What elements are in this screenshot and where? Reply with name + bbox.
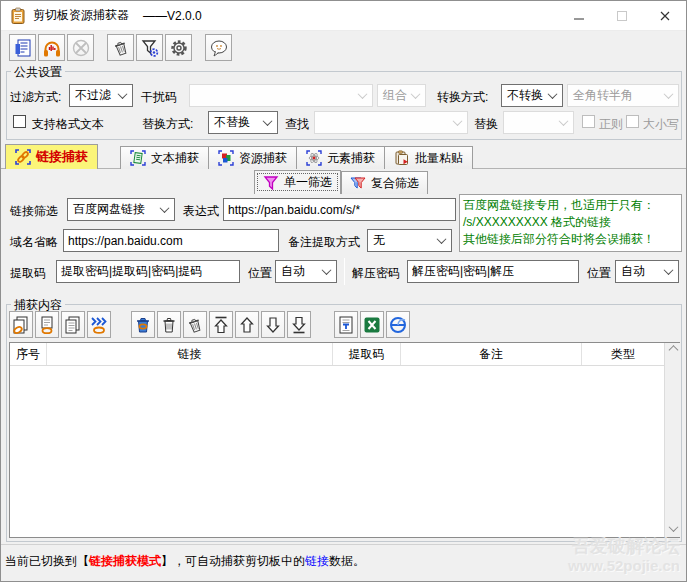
move-up-button[interactable]: [235, 311, 259, 338]
move-bottom-button[interactable]: [287, 311, 311, 338]
chevron-down-icon: [453, 116, 463, 126]
replace-mode-label: 替换方式:: [142, 116, 193, 133]
tab-resource-capture[interactable]: 资源捕获: [208, 146, 297, 169]
case-checkbox: [626, 115, 639, 128]
page-link-icon: [37, 315, 57, 335]
export-text-icon: [336, 315, 356, 335]
tab-element-capture[interactable]: 元素捕获: [296, 146, 385, 169]
export-excel-button[interactable]: [360, 311, 384, 338]
subtab-multi-filter[interactable]: 复合筛选: [341, 171, 428, 194]
headphones-monitor-icon: [42, 38, 62, 58]
copy-button[interactable]: [61, 311, 85, 338]
filter-settings-button[interactable]: [136, 34, 163, 61]
scroll-up-button[interactable]: [665, 343, 681, 360]
move-top-button[interactable]: [209, 311, 233, 338]
clear-button[interactable]: [107, 34, 134, 61]
stop-monitor-button: [67, 34, 94, 61]
code-pos-label: 位置: [248, 265, 272, 282]
copy-pages-icon: [63, 315, 83, 335]
find-label: 查找: [285, 116, 309, 133]
document-icon: [13, 38, 33, 58]
move-down-button[interactable]: [261, 311, 285, 338]
delete-button[interactable]: [157, 311, 181, 338]
code-keywords-input[interactable]: [56, 260, 240, 283]
tab-batch-paste[interactable]: 批量粘贴: [384, 146, 473, 169]
export-text-button[interactable]: [334, 311, 358, 338]
green-text-icon: [130, 150, 146, 166]
funnel-double-icon: [350, 175, 366, 191]
close-button[interactable]: [643, 1, 686, 31]
vertical-scrollbar[interactable]: [664, 343, 681, 537]
minimize-icon: [574, 11, 584, 21]
code-pos-select[interactable]: 自动: [275, 260, 337, 283]
trash-tilted-icon: [185, 315, 205, 335]
chevron-down-icon: [664, 89, 674, 99]
start-monitor-button[interactable]: [38, 34, 65, 61]
unzip-pos-select[interactable]: 自动: [615, 260, 679, 283]
funnel-single-icon: [263, 175, 279, 191]
domain-label: 域名省略: [10, 234, 58, 251]
regex-label: 正则: [599, 116, 623, 133]
convert-mode-select[interactable]: 不转换: [501, 84, 563, 107]
chevron-down-icon: [664, 265, 674, 275]
filter-mode-select[interactable]: 不过滤: [69, 84, 133, 107]
clear-all-button[interactable]: [183, 311, 207, 338]
chevron-down-icon: [437, 234, 447, 244]
divider: [344, 258, 345, 285]
remark-mode-label: 备注提取方式: [288, 234, 360, 251]
table-header: 序号 链接 提取码 备注 类型: [10, 343, 664, 366]
hint-line-1: 百度网盘链接专用，也适用于只有：: [463, 197, 678, 214]
unzip-keywords-input[interactable]: [407, 260, 579, 283]
regex-checkbox: [582, 115, 595, 128]
minimize-button[interactable]: [557, 1, 600, 31]
replace-select: [503, 111, 574, 134]
link-filter-select[interactable]: 百度网盘链接: [67, 198, 175, 221]
atom-icon: [306, 150, 322, 166]
case-label: 大小写: [643, 116, 679, 133]
open-links-button[interactable]: [87, 311, 111, 338]
column-header-code[interactable]: 提取码: [333, 343, 401, 365]
close-icon: [660, 11, 670, 21]
chevron-down-icon: [411, 89, 421, 99]
noise-code-select: [189, 84, 373, 107]
expression-input[interactable]: [223, 198, 456, 221]
chevron-up-icon: [668, 345, 678, 355]
gear-icon: [169, 38, 189, 58]
column-header-type[interactable]: 类型: [582, 343, 664, 365]
status-mode: 链接捕获模式: [89, 554, 161, 568]
export-excel-icon: [362, 315, 382, 335]
tab-text-capture[interactable]: 文本捕获: [120, 146, 209, 169]
move-down-icon: [263, 315, 283, 335]
common-settings-legend: 公共设置: [11, 64, 65, 81]
chevron-down-icon: [322, 265, 332, 275]
chevron-down-icon: [160, 203, 170, 213]
copy-link-button[interactable]: [9, 311, 33, 338]
domain-input[interactable]: [63, 229, 279, 252]
scroll-down-button[interactable]: [665, 520, 681, 537]
remark-mode-select[interactable]: 无: [367, 229, 452, 252]
settings-button[interactable]: [165, 34, 192, 61]
app-window: 剪切板资源捕获器 ——V2.0.0 公共设置 过滤方式: 不过滤 干扰码 组合 …: [0, 0, 687, 582]
tab-link-capture[interactable]: 链接捕获: [5, 144, 98, 169]
column-header-index[interactable]: 序号: [10, 343, 47, 365]
table-body[interactable]: [10, 366, 664, 537]
clipboard-paste-icon: [394, 150, 410, 166]
paste-document-button[interactable]: [9, 34, 36, 61]
hint-box: 百度网盘链接专用，也适用于只有： /s/XXXXXXXXX 格式的链接 其他链接…: [459, 194, 682, 252]
copy-page-link-button[interactable]: [35, 311, 59, 338]
window-version: ——V2.0.0: [143, 9, 202, 23]
unzip-pos-label: 位置: [587, 265, 611, 282]
delete-duplicate-button[interactable]: [131, 311, 155, 338]
subtab-single-filter[interactable]: 单一筛选: [254, 170, 341, 194]
open-browser-button[interactable]: [386, 311, 410, 338]
about-button[interactable]: [205, 34, 232, 61]
column-header-link[interactable]: 链接: [47, 343, 333, 365]
replace-mode-select[interactable]: 不替换: [208, 111, 278, 134]
rich-text-checkbox[interactable]: [13, 115, 26, 128]
column-header-remark[interactable]: 备注: [401, 343, 582, 365]
trash-link-icon: [133, 315, 153, 335]
about-bubble-icon: [209, 38, 229, 58]
hint-line-2: /s/XXXXXXXXX 格式的链接: [463, 214, 678, 231]
noise-code-label: 干扰码: [141, 89, 177, 106]
filter-settings-icon: [140, 38, 160, 58]
